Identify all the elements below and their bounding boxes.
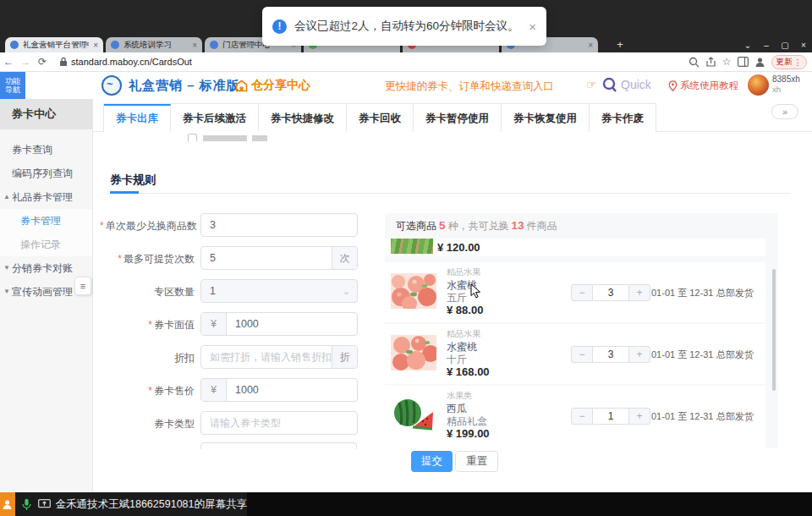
- profile-icon[interactable]: [754, 57, 765, 68]
- sidebar-item-operation-log[interactable]: 操作记录: [0, 233, 92, 256]
- discount-input[interactable]: 如需打折，请输入销售折扣 折: [200, 345, 358, 369]
- unit-suffix: 次: [332, 247, 357, 269]
- product-row-clipped: ¥ 120.00: [385, 239, 765, 256]
- back-icon[interactable]: ←: [0, 56, 17, 68]
- function-nav-toggle[interactable]: 功能 导航: [0, 72, 25, 99]
- sidebar-collapse-handle[interactable]: ≡: [74, 277, 91, 295]
- tab-later-activate[interactable]: 券卡后续激活: [171, 104, 259, 132]
- user-avatar[interactable]: [748, 74, 769, 96]
- chevron-down-icon[interactable]: ⌄: [743, 41, 753, 50]
- qty-decrease-button[interactable]: −: [571, 284, 593, 301]
- tab-cards-out[interactable]: 券卡出库: [104, 104, 171, 132]
- info-icon: !: [272, 19, 287, 34]
- panel-scrollbar[interactable]: [772, 269, 776, 391]
- share-bar-text: 金禾通技术王斌18662591081的屏幕共享: [56, 497, 247, 512]
- quantity-stepper: − 1 +: [571, 408, 650, 425]
- browser-update-button[interactable]: 更新 ⋮: [771, 55, 808, 69]
- quick-label[interactable]: Quick: [621, 78, 651, 91]
- reset-button[interactable]: 重置: [455, 451, 498, 472]
- qty-increase-button[interactable]: +: [628, 284, 650, 301]
- tab-close-icon[interactable]: ×: [93, 41, 98, 50]
- face-value-input[interactable]: ¥ 1000: [200, 312, 358, 336]
- address-bar: ← → ⟳ standard.maboy.cn/CardsOut ☆: [0, 52, 812, 72]
- product-row: 精品水果 水蜜桃 五斤 ¥ 88.00 − 3 + 01-01 至 12-31 …: [385, 262, 765, 322]
- submit-button[interactable]: 提交: [411, 451, 453, 472]
- clipped-next-input: [200, 442, 357, 449]
- section-accent: [110, 191, 139, 194]
- tab-resume-use[interactable]: 券卡恢复使用: [502, 104, 590, 132]
- qty-input[interactable]: 3: [593, 284, 628, 301]
- location-pin-icon: [668, 80, 678, 91]
- currency-prefix: ¥: [201, 313, 227, 335]
- product-image-greens: [391, 239, 433, 254]
- new-tab-button[interactable]: +: [612, 38, 628, 52]
- site-favicon: [210, 41, 218, 49]
- zone-count-select[interactable]: 1 ⌄: [200, 279, 358, 303]
- sale-price-input[interactable]: ¥ 1000: [200, 378, 358, 402]
- window-controls: ⌄ – ▢ ×: [743, 37, 809, 52]
- user-name: 8385xh xh: [772, 74, 800, 95]
- quantity-stepper: − 3 +: [571, 284, 650, 301]
- delivery-label: 总部发货: [716, 287, 754, 299]
- tabs-more-button[interactable]: »: [771, 104, 798, 119]
- side-panel-icon[interactable]: [738, 57, 749, 67]
- lock-icon: [59, 57, 68, 67]
- kebab-menu-icon: ⋮: [794, 58, 803, 67]
- pointing-hand-icon: ☞: [586, 78, 597, 91]
- refresh-icon[interactable]: ⟳: [34, 56, 51, 68]
- sidebar-item-card-query[interactable]: 券卡查询: [0, 138, 92, 162]
- checkbox[interactable]: [188, 134, 197, 141]
- qty-input[interactable]: 3: [593, 346, 628, 363]
- tab-close-icon[interactable]: ×: [588, 41, 593, 50]
- tab-card-void[interactable]: 券卡作废: [590, 104, 656, 132]
- sidebar-item-card-management[interactable]: 券卡管理: [0, 209, 92, 233]
- tab-suspend-use[interactable]: 券卡暂停使用: [414, 104, 502, 132]
- selectable-products-panel: 可选商品5种，共可兑换13件商品 ¥ 120.00 精品水果 水蜜桃 五斤 ¥ …: [385, 213, 778, 448]
- tab-card-recycle[interactable]: 券卡回收: [347, 104, 414, 132]
- forward-icon[interactable]: →: [17, 56, 34, 68]
- tutorial-link[interactable]: 系统使用教程: [668, 80, 738, 92]
- clipped-scrolled-row: [188, 132, 289, 141]
- zoom-icon[interactable]: [689, 57, 700, 68]
- warehouse-icon: [235, 80, 248, 92]
- participant-icon: [0, 492, 15, 516]
- sidebar-group-gift-card-mgmt[interactable]: ▲ 礼品券卡管理: [0, 185, 92, 209]
- product-row: 水果类 西瓜 精品礼盒 ¥ 199.00 − 1 + 01-01 至 12-31…: [385, 386, 765, 448]
- share-icon[interactable]: [705, 57, 716, 68]
- quick-search-icon[interactable]: [602, 77, 617, 93]
- triangle-down-icon: ▼: [3, 256, 10, 280]
- bookmark-star-icon[interactable]: ☆: [722, 56, 732, 68]
- valid-date-range: 01-01 至 12-31: [651, 349, 713, 361]
- share-center-link[interactable]: 仓分享中心: [235, 78, 310, 93]
- tab-quick-modify[interactable]: 券卡快捷修改: [259, 104, 347, 132]
- products-summary: 可选商品5种，共可兑换13件商品: [385, 213, 778, 239]
- brand-logo-icon: [102, 75, 122, 96]
- qty-increase-button[interactable]: +: [628, 408, 650, 425]
- valid-date-range: 01-01 至 12-31: [651, 287, 713, 299]
- meeting-toast: ! 会议已超过2人，自动转为60分钟限时会议。 ×: [262, 7, 546, 46]
- qty-decrease-button[interactable]: −: [571, 408, 593, 425]
- min-exchange-input[interactable]: 3: [200, 213, 358, 237]
- qty-input[interactable]: 1: [593, 408, 628, 425]
- minimize-button[interactable]: –: [761, 41, 771, 50]
- site-favicon: [10, 41, 19, 49]
- max-pickups-input[interactable]: 5 次: [200, 246, 358, 270]
- toast-close-icon[interactable]: ×: [529, 19, 536, 34]
- valid-date-range: 01-01 至 12-31: [651, 410, 713, 423]
- browser-tab-2[interactable]: 系统培训学习 ×: [106, 37, 202, 52]
- currency-prefix: ¥: [201, 379, 227, 401]
- card-type-input[interactable]: 请输入券卡类型: [200, 411, 358, 435]
- microphone-icon[interactable]: [22, 498, 31, 511]
- browser-tab-1[interactable]: 礼盒营销平台管理中心 ×: [5, 37, 103, 52]
- sidebar-item-code-sequence-query[interactable]: 编码序列查询: [0, 162, 92, 185]
- delivery-label: 总部发货: [716, 349, 754, 361]
- url-text[interactable]: standard.maboy.cn/CardsOut: [71, 57, 192, 67]
- qty-increase-button[interactable]: +: [628, 346, 650, 363]
- qty-decrease-button[interactable]: −: [571, 346, 593, 363]
- unit-suffix: 折: [332, 346, 357, 368]
- quantity-stepper: − 3 +: [571, 346, 650, 363]
- close-button[interactable]: ×: [798, 41, 809, 50]
- screen-share-bar: 金禾通技术王斌18662591081的屏幕共享: [0, 492, 812, 516]
- tab-close-icon[interactable]: ×: [192, 41, 197, 50]
- maximize-button[interactable]: ▢: [780, 41, 790, 50]
